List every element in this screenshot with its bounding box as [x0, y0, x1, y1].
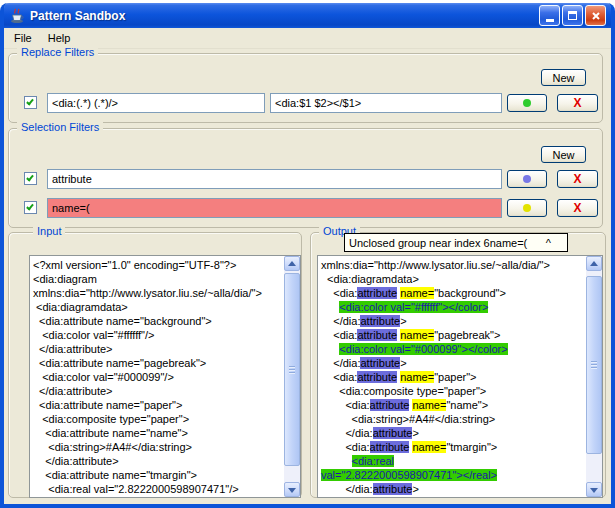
code-line: <dia:color val="#000099"/> — [33, 370, 284, 384]
check-icon — [26, 203, 34, 211]
code-line: <dia:diagramdata> — [321, 272, 586, 286]
delete-x-icon: X — [573, 97, 581, 109]
code-line: <dia:attribute name="name"> — [33, 426, 284, 440]
replace-filters-title: Replace Filters — [17, 46, 98, 58]
maximize-button[interactable] — [562, 5, 583, 26]
replace-color-dot-button[interactable] — [507, 94, 547, 112]
code-line: <dia:attribute name="tmargin"> — [321, 440, 586, 454]
java-cup-icon — [9, 8, 25, 24]
code-line: <dia:color val="#ffffff"/> — [33, 328, 284, 342]
code-line: <dia:diagramdata> — [33, 300, 284, 314]
selection-color-dot-button-2[interactable] — [507, 199, 547, 217]
content-area: Replace Filters New X Selection Filters … — [4, 49, 611, 504]
output-textarea[interactable]: xmlns:dia="http://www.lysator.liu.se/~al… — [317, 255, 603, 498]
tooltip-message: Unclosed group near index 6name=( — [349, 237, 527, 249]
arrow-down-icon — [590, 488, 598, 493]
code-line: <dia:attribute name="paper"> — [321, 370, 586, 384]
menu-item-file[interactable]: File — [6, 29, 40, 47]
selection-pattern-input-1[interactable] — [47, 169, 502, 189]
replace-delete-button[interactable]: X — [557, 94, 598, 112]
scroll-up-button[interactable] — [586, 256, 602, 271]
replace-filters-group: Replace Filters New X — [8, 53, 603, 123]
menu-item-help[interactable]: Help — [40, 29, 79, 47]
code-line: xmlns:dia="http://www.lysator.liu.se/~al… — [33, 286, 284, 300]
output-panel: Output xmlns:dia="http://www.lysator.liu… — [310, 232, 606, 498]
selection-delete-button-1[interactable]: X — [557, 170, 598, 188]
output-scrollbar[interactable] — [586, 256, 602, 497]
title-bar[interactable]: Pattern Sandbox — [4, 3, 611, 28]
regex-error-tooltip: Unclosed group near index 6name=( ^ — [344, 233, 568, 252]
code-line: <dia:string>#A4#</dia:string> — [33, 440, 284, 454]
code-line: <dia:attribute name="pagebreak"> — [33, 356, 284, 370]
input-scrollbar[interactable] — [284, 256, 300, 497]
minimize-button[interactable] — [539, 5, 560, 26]
code-line: <dia:real — [321, 454, 586, 468]
input-code[interactable]: <?xml version="1.0" encoding="UTF-8"?><d… — [30, 256, 284, 497]
window-title: Pattern Sandbox — [30, 9, 537, 23]
input-textarea[interactable]: <?xml version="1.0" encoding="UTF-8"?><d… — [29, 255, 301, 498]
code-line: <dia:attribute name="pagebreak"> — [321, 328, 586, 342]
scroll-down-button[interactable] — [284, 482, 300, 497]
yellow-dot-icon — [523, 204, 531, 212]
close-icon — [591, 11, 601, 21]
code-line: <dia:real val="2.8222000598907471"/> — [33, 482, 284, 496]
replace-replacement-input[interactable] — [270, 93, 502, 113]
arrow-down-icon — [288, 488, 296, 493]
code-line: </dia:attribute> — [33, 384, 284, 398]
selection-filter-checkbox-1[interactable] — [24, 172, 37, 185]
scroll-thumb[interactable] — [586, 276, 602, 454]
code-line: <dia:color val="#ffffff"></color> — [321, 300, 586, 314]
selection-filters-title: Selection Filters — [17, 121, 103, 133]
code-line: xmlns:dia="http://www.lysator.liu.se/~al… — [321, 258, 586, 272]
input-panel-title: Input — [33, 225, 65, 237]
replace-new-button[interactable]: New — [541, 69, 586, 86]
code-line: <dia:color val="#000099"></color> — [321, 342, 586, 356]
code-line: val="2.8222000598907471"></real> — [321, 468, 586, 482]
close-button[interactable] — [585, 5, 606, 26]
selection-delete-button-2[interactable]: X — [557, 199, 598, 217]
code-line: <dia:attribute name="background"> — [33, 314, 284, 328]
maximize-icon — [568, 11, 577, 20]
selection-color-dot-button-1[interactable] — [507, 170, 547, 188]
check-icon — [26, 98, 34, 106]
green-dot-icon — [523, 99, 531, 107]
selection-filter-checkbox-2[interactable] — [24, 201, 37, 214]
minimize-icon — [546, 19, 554, 22]
code-line: <dia:composite type="paper"> — [321, 384, 586, 398]
code-line: <dia:diagram — [33, 272, 284, 286]
code-line: </dia:attribute> — [33, 342, 284, 356]
selection-pattern-input-2[interactable] — [47, 198, 502, 218]
delete-x-icon: X — [573, 202, 581, 214]
arrow-up-icon — [288, 261, 296, 266]
app-window: Pattern Sandbox File Help Replace Filter… — [0, 3, 615, 508]
code-line: </dia:attribute> — [321, 314, 586, 328]
input-panel: Input <?xml version="1.0" encoding="UTF-… — [8, 232, 302, 498]
code-line: <dia:attribute name="background"> — [321, 286, 586, 300]
arrow-up-icon — [590, 261, 598, 266]
scroll-thumb[interactable] — [284, 273, 300, 466]
delete-x-icon: X — [573, 173, 581, 185]
selection-filters-group: Selection Filters New X X — [8, 128, 603, 228]
code-line: <dia:attribute name="paper"> — [33, 398, 284, 412]
code-line: <?xml version="1.0" encoding="UTF-8"?> — [33, 258, 284, 272]
grip-icon — [591, 361, 597, 369]
code-line: </dia:attribute> — [321, 482, 586, 496]
output-code[interactable]: xmlns:dia="http://www.lysator.liu.se/~al… — [318, 256, 586, 497]
scroll-down-button[interactable] — [586, 482, 602, 497]
replace-filter-checkbox[interactable] — [24, 96, 37, 109]
tooltip-caret: ^ — [546, 237, 551, 249]
code-line: <dia:attribute name="name"> — [321, 398, 586, 412]
replace-pattern-input[interactable] — [47, 93, 265, 113]
code-line: <dia:attribute name="tmargin"> — [33, 468, 284, 482]
code-line: </dia:attribute> — [321, 356, 586, 370]
code-line: <dia:composite type="paper"> — [33, 412, 284, 426]
check-icon — [26, 174, 34, 182]
scroll-up-button[interactable] — [284, 256, 300, 271]
code-line: </dia:attribute> — [33, 454, 284, 468]
code-line: <dia:string>#A4#</dia:string> — [321, 412, 586, 426]
selection-new-button[interactable]: New — [541, 146, 586, 163]
code-line: </dia:attribute> — [321, 426, 586, 440]
grip-icon — [289, 366, 295, 374]
blue-dot-icon — [523, 175, 531, 183]
